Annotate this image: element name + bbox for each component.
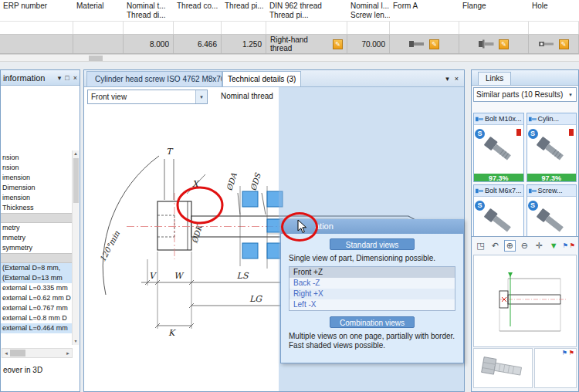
- column-header-flange[interactable]: Flange: [459, 0, 529, 21]
- list-item[interactable]: metry: [1, 223, 72, 233]
- scrollbar-thumb[interactable]: [73, 158, 79, 203]
- cell-thread-pitch[interactable]: 1.250: [222, 35, 266, 53]
- empty-cell[interactable]: [266, 22, 347, 34]
- empty-cell[interactable]: [0, 22, 73, 34]
- list-item[interactable]: Thickness: [1, 203, 72, 213]
- cell-nominal-length[interactable]: 70.000: [347, 35, 390, 53]
- red-flag-icon[interactable]: ⚑: [569, 350, 574, 357]
- list-item[interactable]: external L=0.767 mm: [1, 303, 72, 313]
- panel-close-icon[interactable]: ×: [73, 74, 77, 82]
- list-item[interactable]: external L=0.8 mm D: [1, 313, 72, 323]
- cell-thread-core[interactable]: 6.466: [174, 35, 222, 53]
- scroll-right-icon[interactable]: ►: [64, 351, 72, 356]
- fit-view-icon[interactable]: ◳: [475, 241, 486, 251]
- left-vertical-scrollbar[interactable]: ▲ ▾: [72, 150, 79, 345]
- column-header-thread-core[interactable]: Thread co...: [174, 0, 222, 21]
- empty-cell[interactable]: [347, 22, 390, 34]
- screw-icon: [476, 187, 483, 194]
- view-option-front[interactable]: Front +Z: [290, 267, 455, 278]
- red-flag-icon[interactable]: ⚑: [570, 242, 575, 249]
- column-header-erp-number[interactable]: ERP number: [0, 0, 73, 21]
- view-option-left[interactable]: Left -X: [290, 299, 455, 310]
- tab-menu-icon[interactable]: ▾: [445, 75, 449, 83]
- cell-erp-number[interactable]: [0, 35, 73, 53]
- tab-technical-details[interactable]: Technical details (3): [222, 71, 301, 86]
- list-item[interactable]: symmetry: [1, 243, 72, 253]
- edit-icon[interactable]: ✎: [499, 39, 509, 49]
- rotate-icon[interactable]: ↶: [489, 241, 501, 251]
- list-item[interactable]: imension: [1, 173, 72, 183]
- link-card[interactable]: ⚑ ⚑: [534, 348, 577, 388]
- chevron-down-icon[interactable]: ▾: [195, 90, 207, 103]
- list-item[interactable]: nsion: [1, 163, 72, 173]
- view-option-right[interactable]: Right +X: [290, 289, 455, 299]
- selection-grip[interactable]: [242, 243, 258, 259]
- scroll-left-icon[interactable]: ◄: [2, 351, 10, 356]
- column-header-material[interactable]: Material: [73, 0, 124, 21]
- column-header-hole[interactable]: Hole: [529, 0, 579, 21]
- column-header-din962-thread[interactable]: DIN 962 thread Thread pi...: [266, 0, 347, 21]
- links-tab[interactable]: Links: [478, 72, 511, 85]
- cell-nominal-thread[interactable]: 8.000: [124, 35, 174, 53]
- edit-icon[interactable]: ✎: [429, 39, 439, 49]
- list-item-selected[interactable]: (External D=13 mm: [1, 273, 72, 283]
- column-header-form-a[interactable]: Form A: [390, 0, 459, 21]
- standard-views-description: Single view of part, Dimensioning possib…: [289, 254, 455, 263]
- table-horizontal-scrollbar[interactable]: [0, 54, 579, 62]
- cell-material[interactable]: [73, 35, 124, 53]
- edit-icon[interactable]: ✎: [333, 39, 343, 49]
- column-header-nominal-length[interactable]: Nominal l... Screw len...: [347, 0, 390, 21]
- chevron-down-icon[interactable]: ▾: [565, 92, 576, 98]
- standard-views-header[interactable]: Standard views: [330, 238, 415, 250]
- empty-cell[interactable]: [390, 22, 459, 34]
- part-photo-card[interactable]: [473, 348, 533, 388]
- takeover-3d-button[interactable]: eover in 3D: [3, 366, 42, 374]
- empty-cell[interactable]: [73, 22, 124, 34]
- tab-part-view[interactable]: Cylinder head screw ISO 4762 M8x70: [86, 71, 222, 86]
- screw-icon: [529, 187, 537, 194]
- list-item-selected[interactable]: (External D=8 mm,: [1, 263, 72, 273]
- blue-flag-icon[interactable]: ⚑: [562, 350, 567, 357]
- zoom-out-icon[interactable]: ⊖: [519, 241, 530, 251]
- empty-cell[interactable]: [174, 22, 222, 34]
- scroll-down-icon[interactable]: ▾: [73, 338, 79, 345]
- empty-cell[interactable]: [459, 22, 529, 34]
- edit-icon[interactable]: ✎: [559, 39, 569, 49]
- scrollbar-thumb[interactable]: [89, 56, 103, 61]
- empty-cell[interactable]: [124, 22, 174, 34]
- cell-form-a[interactable]: ✎: [390, 35, 459, 53]
- panel-menu-icon[interactable]: ▾: [58, 74, 62, 82]
- column-header-thread-pitch[interactable]: Thread pi...: [222, 0, 266, 21]
- zoom-in-icon[interactable]: ⊕: [504, 240, 516, 252]
- preview-drawing[interactable]: [473, 255, 577, 347]
- view-option-back[interactable]: Back -Z: [290, 278, 455, 289]
- list-item[interactable]: external L=0.62 mm D: [1, 293, 72, 303]
- cell-hole[interactable]: ✎: [529, 35, 579, 53]
- scrollbar-thumb[interactable]: [10, 350, 25, 357]
- views-dropdown-icon[interactable]: ▼: [548, 241, 560, 250]
- column-header-nominal-thread[interactable]: Nominal t... Thread di...: [124, 0, 174, 21]
- similar-part-card[interactable]: Bolt M10x... S 97.3%: [473, 113, 524, 182]
- similar-part-card[interactable]: Cylin... S 97.3%: [527, 113, 577, 182]
- cell-flange[interactable]: ✎: [459, 35, 529, 53]
- list-item[interactable]: nsion: [1, 153, 72, 163]
- pan-icon[interactable]: ✛: [533, 241, 545, 251]
- empty-cell[interactable]: [222, 22, 266, 34]
- list-item[interactable]: mmetry: [1, 233, 72, 243]
- similar-parts-select[interactable]: Similar parts (10 Results) ▾: [473, 87, 577, 102]
- left-horizontal-scrollbar[interactable]: ◄ ►: [2, 348, 73, 358]
- panel-float-icon[interactable]: □: [65, 74, 69, 82]
- tab-close-icon[interactable]: ×: [455, 75, 459, 83]
- list-item[interactable]: external L=0.335 mm: [1, 283, 72, 293]
- list-item[interactable]: imension: [1, 193, 72, 203]
- combination-views-header[interactable]: Combination views: [330, 316, 415, 328]
- scroll-up-icon[interactable]: ▲: [73, 150, 79, 157]
- cell-din962-thread[interactable]: Right-hand thread ✎: [266, 35, 347, 53]
- blue-flag-icon[interactable]: ⚑: [563, 242, 568, 249]
- list-item[interactable]: Dimension: [1, 183, 72, 193]
- empty-cell[interactable]: [529, 22, 579, 34]
- view-select[interactable]: Front view ▾: [87, 90, 208, 104]
- selection-grip[interactable]: [242, 191, 258, 207]
- list-item-selected[interactable]: external L=0.464 mm: [1, 323, 72, 333]
- dim-label-da: ØDA: [225, 171, 239, 191]
